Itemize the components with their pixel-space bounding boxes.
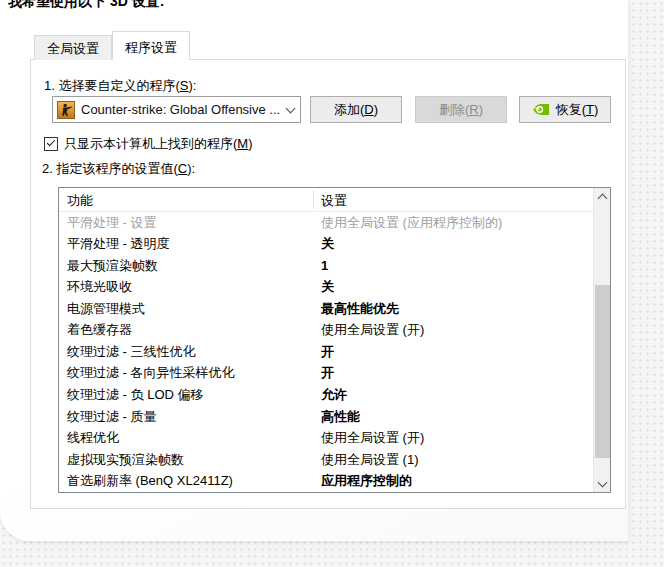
scroll-down-button[interactable] xyxy=(594,475,611,492)
button-label: ) xyxy=(594,102,598,117)
checkbox-label: 只显示本计算机上找到的程序(M) xyxy=(64,135,253,153)
table-row[interactable]: 纹理过滤 - 质量 高性能 xyxy=(59,406,593,428)
feature-name: 平滑处理 - 透明度 xyxy=(67,235,170,253)
nvidia-control-panel-content: 我希望使用以下 3D 设置: 全局设置 程序设置 1. 选择要自定义的程序(S)… xyxy=(0,0,664,567)
program-select-dropdown[interactable]: Counter-strike: Global Offensive ... xyxy=(52,96,301,123)
checkbox-box[interactable] xyxy=(44,137,58,151)
setting-value: 允许 xyxy=(321,386,347,404)
table-row[interactable]: 最大预渲染帧数 1 xyxy=(59,255,593,277)
feature-name: 虚拟现实预渲染帧数 xyxy=(67,451,184,469)
feature-name: 环境光吸收 xyxy=(67,278,132,296)
feature-name: 纹理过滤 - 各向异性采样优化 xyxy=(67,364,235,382)
feature-name: 纹理过滤 - 负 LOD 偏移 xyxy=(67,386,204,404)
tab-program-settings[interactable]: 程序设置 xyxy=(112,31,190,60)
table-row[interactable]: 纹理过滤 - 三线性优化 开 xyxy=(59,341,593,363)
setting-value: 使用全局设置 (开) xyxy=(321,321,424,339)
setting-value: 关 xyxy=(321,278,334,296)
table-row[interactable]: 平滑处理 - 透明度 关 xyxy=(59,234,593,256)
access-key: C xyxy=(178,161,187,176)
access-key: D xyxy=(364,102,373,117)
add-button[interactable]: 添加(D) xyxy=(310,96,402,123)
heading-text: 2. 指定该程序的设置值( xyxy=(42,161,178,176)
nvidia-logo-icon xyxy=(532,103,550,116)
column-divider xyxy=(313,190,314,209)
column-header-setting: 设置 xyxy=(321,192,347,210)
page-title: 我希望使用以下 3D 设置: xyxy=(8,0,164,11)
setting-value: 关 xyxy=(321,235,334,253)
setting-value: 使用全局设置 (1) xyxy=(321,451,419,469)
button-label: ) xyxy=(479,102,483,117)
scroll-up-button[interactable] xyxy=(594,188,611,205)
table-row[interactable]: 虚拟现实预渲染帧数 使用全局设置 (1) xyxy=(59,449,593,471)
settings-table-body: 平滑处理 - 设置 使用全局设置 (应用程序控制的) 平滑处理 - 透明度 关 … xyxy=(59,212,593,492)
feature-name: 纹理过滤 - 三线性优化 xyxy=(67,343,196,361)
access-key: T xyxy=(586,102,594,117)
setting-value: 1 xyxy=(321,258,328,273)
feature-name: 纹理过滤 - 质量 xyxy=(67,408,157,426)
show-only-found-programs-checkbox[interactable]: 只显示本计算机上找到的程序(M) xyxy=(44,135,253,153)
feature-name: 首选刷新率 (BenQ XL2411Z) xyxy=(67,472,233,490)
selected-program-value: Counter-strike: Global Offensive ... xyxy=(81,102,287,117)
access-key: R xyxy=(469,102,478,117)
feature-name: 最大预渲染帧数 xyxy=(67,257,158,275)
scrollbar-thumb[interactable] xyxy=(595,285,610,458)
button-label: 添加( xyxy=(334,102,364,117)
table-row[interactable]: 着色缓存器 使用全局设置 (开) xyxy=(59,320,593,342)
chevron-down-icon xyxy=(286,103,296,113)
feature-name: 着色缓存器 xyxy=(67,321,132,339)
setting-value: 开 xyxy=(321,343,334,361)
table-row[interactable]: 环境光吸收 关 xyxy=(59,277,593,299)
table-row[interactable]: 线程优化 使用全局设置 (开) xyxy=(59,427,593,449)
heading-text: ): xyxy=(188,78,196,93)
csgo-program-icon xyxy=(57,101,75,119)
restore-button[interactable]: 恢复(T) xyxy=(519,96,611,123)
chevron-up-icon xyxy=(598,194,608,204)
heading-text: ): xyxy=(187,161,195,176)
setting-value: 使用全局设置 (开) xyxy=(321,429,424,447)
feature-name: 电源管理模式 xyxy=(67,300,145,318)
settings-table-header: 功能 设置 xyxy=(59,188,610,212)
setting-value: 高性能 xyxy=(321,408,360,426)
button-label: 删除( xyxy=(439,102,469,117)
chevron-down-icon xyxy=(598,477,608,487)
checkbox-checkmark xyxy=(47,138,55,146)
specify-settings-heading: 2. 指定该程序的设置值(C): xyxy=(42,160,195,178)
table-row[interactable]: 纹理过滤 - 负 LOD 偏移 允许 xyxy=(59,384,593,406)
table-row[interactable]: 平滑处理 - 设置 使用全局设置 (应用程序控制的) xyxy=(59,212,593,234)
tab-global-settings[interactable]: 全局设置 xyxy=(34,35,112,60)
delete-button[interactable]: 删除(R) xyxy=(415,96,507,123)
button-label: ) xyxy=(374,102,378,117)
column-header-feature: 功能 xyxy=(67,192,93,210)
table-row[interactable]: 首选刷新率 (BenQ XL2411Z) 应用程序控制的 xyxy=(59,470,593,492)
feature-name: 线程优化 xyxy=(67,429,119,447)
feature-name: 平滑处理 - 设置 xyxy=(67,214,157,232)
button-label: 恢复( xyxy=(556,102,586,117)
setting-value: 应用程序控制的 xyxy=(321,472,412,490)
settings-table: 功能 设置 平滑处理 - 设置 使用全局设置 (应用程序控制的) 平滑处理 - … xyxy=(58,187,611,493)
setting-value: 开 xyxy=(321,364,334,382)
vertical-scrollbar[interactable] xyxy=(593,188,610,492)
setting-value: 最高性能优先 xyxy=(321,300,399,318)
heading-text: 1. 选择要自定义的程序( xyxy=(44,78,180,93)
setting-value: 使用全局设置 (应用程序控制的) xyxy=(321,214,502,232)
select-program-heading: 1. 选择要自定义的程序(S): xyxy=(44,77,196,95)
table-row[interactable]: 纹理过滤 - 各向异性采样优化 开 xyxy=(59,363,593,385)
table-row[interactable]: 电源管理模式 最高性能优先 xyxy=(59,298,593,320)
tab-bar: 全局设置 程序设置 xyxy=(34,31,190,60)
